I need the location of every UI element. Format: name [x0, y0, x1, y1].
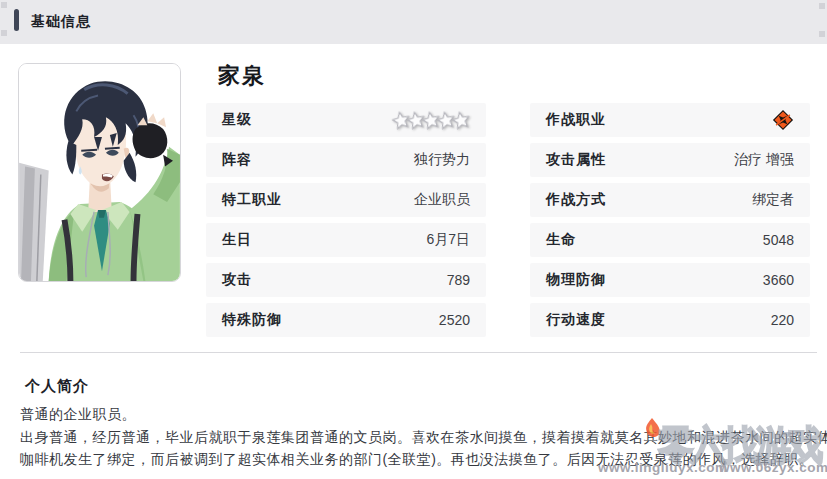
section-divider: [20, 352, 817, 353]
stat-value: 5048: [763, 232, 794, 248]
stat-row-attack-attribute: 攻击属性 治疗 增强: [530, 143, 810, 177]
stat-row-attack: 攻击 789: [206, 263, 486, 297]
stat-value: 独行势力: [414, 151, 470, 169]
stat-row-faction: 阵容 独行势力: [206, 143, 486, 177]
stat-row-hp: 生命 5048: [530, 223, 810, 257]
stat-label: 攻击: [222, 271, 252, 289]
stat-row-star-rating: 星级: [206, 103, 486, 137]
stat-value: 6月7日: [426, 231, 470, 249]
stat-value: 企业职员: [414, 191, 470, 209]
watermark-flame-logo: [640, 416, 664, 440]
stat-row-birthday: 生日 6月7日: [206, 223, 486, 257]
stat-value: 789: [447, 272, 470, 288]
stat-label: 生日: [222, 231, 252, 249]
portrait-illustration: [19, 64, 180, 281]
watermark-url: www.lingliuyx.com: [598, 460, 728, 475]
stat-row-combat-class: 作战职业: [530, 103, 810, 137]
stat-value: 2520: [439, 312, 470, 328]
stat-row-physical-defense: 物理防御 3660: [530, 263, 810, 297]
stat-label: 星级: [222, 111, 252, 129]
stat-label: 特殊防御: [222, 311, 282, 329]
corner-handle: [819, 31, 825, 37]
profile-line: 普通的企业职员。: [20, 403, 820, 426]
section-header: 基础信息: [0, 0, 827, 44]
watermark-url: www.06zyx.com: [719, 460, 827, 475]
header-accent-bar: [14, 9, 19, 31]
stat-row-combat-style: 作战方式 绑定者: [530, 183, 810, 217]
stat-value: 绑定者: [752, 191, 794, 209]
stat-value: 3660: [763, 272, 794, 288]
section-title: 基础信息: [31, 13, 91, 31]
stat-row-special-defense: 特殊防御 2520: [206, 303, 486, 337]
profile-heading: 个人简介: [25, 377, 89, 396]
stat-label: 行动速度: [546, 311, 606, 329]
profile-line: 出身普通，经历普通，毕业后就职于泉莲集团普通的文员岗。喜欢在茶水间摸鱼，摸着摸着…: [20, 426, 820, 449]
stat-label: 物理防御: [546, 271, 606, 289]
stat-row-agent-job: 特工职业 企业职员: [206, 183, 486, 217]
stats-column-right: 作战职业 攻击属性 治疗 增强 作战方式 绑定者 生命 5048 物理防御 36: [530, 103, 810, 343]
stat-label: 作战方式: [546, 191, 606, 209]
star-rating: [395, 111, 470, 129]
stat-label: 攻击属性: [546, 151, 606, 169]
stat-label: 作战职业: [546, 111, 606, 129]
stat-label: 生命: [546, 231, 576, 249]
corner-handle: [1, 30, 7, 36]
stat-row-speed: 行动速度 220: [530, 303, 810, 337]
stat-label: 特工职业: [222, 191, 282, 209]
corner-handle: [1, 2, 7, 8]
character-name: 家泉: [218, 61, 266, 91]
stat-value: 220: [771, 312, 794, 328]
stat-label: 阵容: [222, 151, 252, 169]
stats-column-left: 星级 阵容 独行势力 特工职业 企业职员 生日 6月7日 攻击 789 特殊防御…: [206, 103, 486, 343]
corner-handle: [819, 3, 825, 9]
character-portrait[interactable]: [18, 63, 181, 282]
support-class-icon: [772, 109, 794, 131]
stat-value: 治疗 增强: [734, 151, 794, 169]
star-icon: [450, 109, 471, 130]
